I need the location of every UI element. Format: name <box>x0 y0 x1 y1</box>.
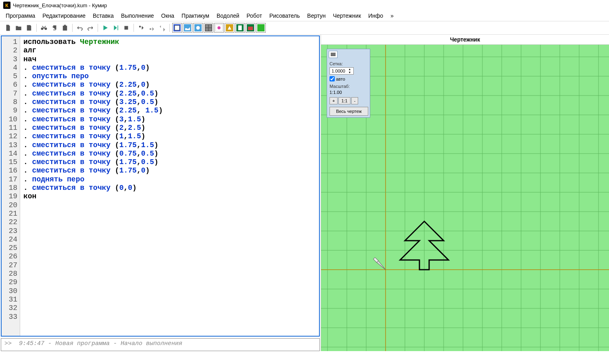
grid-size-input[interactable]: ▲▼ <box>330 67 354 75</box>
scale-label: Масштаб: <box>330 84 367 89</box>
grid-size-value[interactable] <box>330 68 347 74</box>
scale-value: 1:1.00 <box>330 90 367 95</box>
redo-icon[interactable] <box>86 23 95 33</box>
field3-tool-icon[interactable] <box>256 23 266 33</box>
save-file-icon[interactable] <box>24 23 34 33</box>
menu-8[interactable]: Рисователь <box>266 11 303 20</box>
open-file-icon[interactable] <box>14 23 23 33</box>
menu-12[interactable]: » <box>387 11 397 20</box>
canvas-area[interactable]: Сетка: ▲▼ авто Масштаб: 1:1.00 + 1:1 - <box>321 45 609 351</box>
canvas-controls: Сетка: ▲▼ авто Масштаб: 1:1.00 + 1:1 - <box>327 49 370 118</box>
menu-0[interactable]: Программа <box>2 11 38 20</box>
pict-tool-icon[interactable] <box>172 23 182 33</box>
svg-rect-101 <box>373 258 379 263</box>
svg-point-1 <box>139 26 141 28</box>
editor-frame[interactable]: 1234567891011121314151617181920212223242… <box>1 35 320 337</box>
zoom-out-button[interactable]: - <box>351 97 359 104</box>
auto-label: авто <box>336 77 345 81</box>
code-editor[interactable]: использовать Чертежникалгнач. сместиться… <box>20 36 319 336</box>
hamburger-icon[interactable] <box>329 51 338 58</box>
menu-7[interactable]: Робот <box>243 11 265 20</box>
svg-point-2 <box>150 28 152 30</box>
menu-5[interactable]: Практикум <box>178 11 213 20</box>
menu-2[interactable]: Вставка <box>90 11 117 20</box>
step-out-icon[interactable] <box>157 23 167 33</box>
cut-icon[interactable] <box>39 23 49 33</box>
field1-tool-icon[interactable] <box>235 23 245 33</box>
toolbar <box>0 21 609 35</box>
menu-11[interactable]: Инфо <box>365 11 386 20</box>
svg-rect-11 <box>206 28 209 31</box>
zoom-11-button[interactable]: 1:1 <box>338 97 350 104</box>
auto-checkbox[interactable] <box>330 76 335 81</box>
menu-1[interactable]: Редактирование <box>39 11 89 20</box>
step-into-icon[interactable] <box>136 23 146 33</box>
field2-tool-icon[interactable] <box>246 23 255 33</box>
draw-tool-icon[interactable] <box>204 23 213 33</box>
menu-3[interactable]: Выполнение <box>118 11 157 20</box>
menubar: ПрограммаРедактированиеВставкаВыполнение… <box>0 10 609 21</box>
full-drawing-button[interactable]: Весь чертеж <box>330 107 368 116</box>
svg-rect-12 <box>209 28 212 31</box>
copy-icon[interactable] <box>50 23 59 33</box>
cherteznik-tool-icon[interactable] <box>225 23 234 33</box>
turtle-tool-icon[interactable] <box>214 23 224 33</box>
undo-icon[interactable] <box>75 23 85 33</box>
new-file-icon[interactable] <box>3 23 13 33</box>
window-title: Чертежник_Елочка(точки).kum - Кумир <box>13 2 107 8</box>
titlebar: К Чертежник_Елочка(точки).kum - Кумир <box>0 0 609 10</box>
grid-label: Сетка: <box>330 61 367 66</box>
run-icon[interactable] <box>100 23 110 33</box>
zoom-in-button[interactable]: + <box>330 97 338 104</box>
vodoley-tool-icon[interactable] <box>183 23 192 33</box>
svg-rect-0 <box>125 26 128 30</box>
robot-tool-icon[interactable] <box>193 23 203 33</box>
svg-rect-9 <box>206 25 209 28</box>
menu-9[interactable]: Вертун <box>304 11 329 20</box>
spin-down-icon[interactable]: ▼ <box>347 71 352 74</box>
run-step-icon[interactable] <box>111 23 121 33</box>
spin-up-icon[interactable]: ▲ <box>347 68 352 71</box>
console-text: 9:45:47 - Новая программа - Начало выпол… <box>19 340 182 347</box>
editor-pane: 1234567891011121314151617181920212223242… <box>0 35 321 351</box>
app-icon: К <box>3 2 10 9</box>
svg-rect-10 <box>209 25 212 28</box>
svg-rect-17 <box>238 25 242 30</box>
menu-6[interactable]: Водолей <box>213 11 242 20</box>
canvas-pane: Чертежник Сетка: ▲▼ авто <box>321 35 609 351</box>
svg-rect-4 <box>175 25 179 30</box>
console-prompt: >> <box>4 340 12 347</box>
canvas-title: Чертежник <box>321 35 609 45</box>
svg-point-14 <box>217 26 221 29</box>
step-over-icon[interactable] <box>147 23 156 33</box>
svg-rect-5 <box>184 24 191 31</box>
console-output[interactable]: >> 9:45:47 - Новая программа - Начало вы… <box>1 338 320 351</box>
svg-rect-20 <box>257 24 265 31</box>
stop-icon[interactable] <box>121 23 131 33</box>
line-gutter: 1234567891011121314151617181920212223242… <box>2 36 20 336</box>
menu-4[interactable]: Окна <box>158 11 178 20</box>
paste-icon[interactable] <box>60 23 70 33</box>
svg-rect-19 <box>248 27 253 30</box>
svg-point-7 <box>196 26 200 30</box>
menu-10[interactable]: Чертежник <box>330 11 364 20</box>
